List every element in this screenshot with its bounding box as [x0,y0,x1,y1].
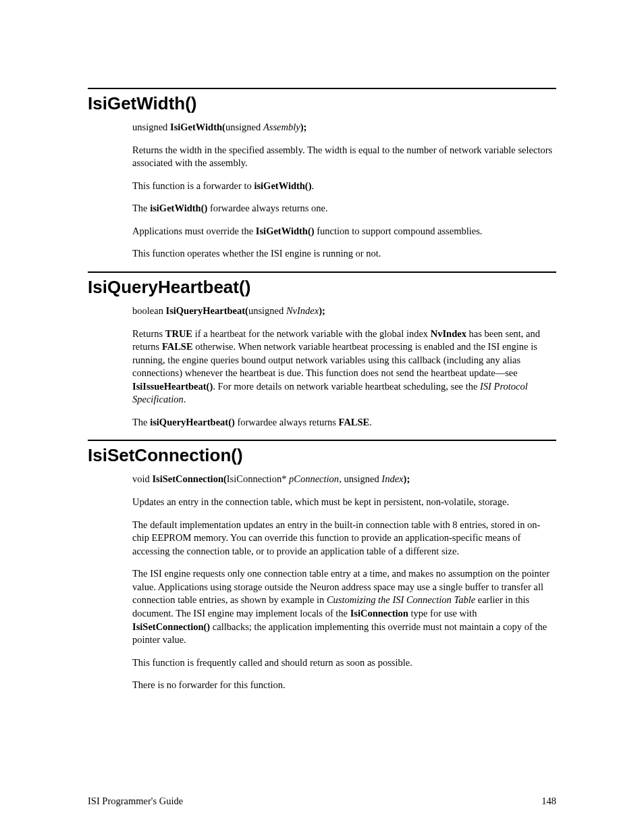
footer-page-number: 148 [541,796,556,807]
para: This function operates whether the ISI e… [132,247,556,261]
body-isiqueryheartbeat: boolean IsiQueryHeartbeat(unsigned NvInd… [132,305,556,429]
section-isigetwidth: IsiGetWidth() unsigned IsiGetWidth(unsig… [88,88,556,261]
para: Returns TRUE if a heartbeat for the netw… [132,328,556,407]
section-isiqueryheartbeat: IsiQueryHeartbeat() boolean IsiQueryHear… [88,271,556,429]
signature-line: unsigned IsiGetWidth(unsigned Assembly); [132,121,556,134]
footer-title: ISI Programmer's Guide [88,796,183,807]
heading-isisetconnection: IsiSetConnection() [88,440,556,466]
body-isisetconnection: void IsiSetConnection(IsiConnection* pCo… [132,473,556,692]
para: The isiGetWidth() forwardee always retur… [132,202,556,215]
body-isigetwidth: unsigned IsiGetWidth(unsigned Assembly);… [132,121,556,261]
heading-isigetwidth: IsiGetWidth() [88,88,556,114]
para: This function is a forwarder to isiGetWi… [132,180,556,193]
para: This function is frequently called and s… [132,656,556,670]
page-container: IsiGetWidth() unsigned IsiGetWidth(unsig… [0,0,644,692]
heading-isiqueryheartbeat: IsiQueryHeartbeat() [88,271,556,298]
signature-line: void IsiSetConnection(IsiConnection* pCo… [132,473,556,486]
para: The ISI engine requests only one connect… [132,567,556,646]
para: There is no forwarder for this function. [132,679,556,692]
para: Updates an entry in the connection table… [132,496,556,509]
signature-line: boolean IsiQueryHeartbeat(unsigned NvInd… [132,305,556,318]
para: Applications must override the IsiGetWid… [132,225,556,238]
para: The isiQueryHeartbeat() forwardee always… [132,416,556,429]
para: The default implementation updates an en… [132,519,556,558]
page-footer: ISI Programmer's Guide 148 [88,796,556,807]
para: Returns the width in the specified assem… [132,144,556,170]
section-isisetconnection: IsiSetConnection() void IsiSetConnection… [88,440,556,692]
